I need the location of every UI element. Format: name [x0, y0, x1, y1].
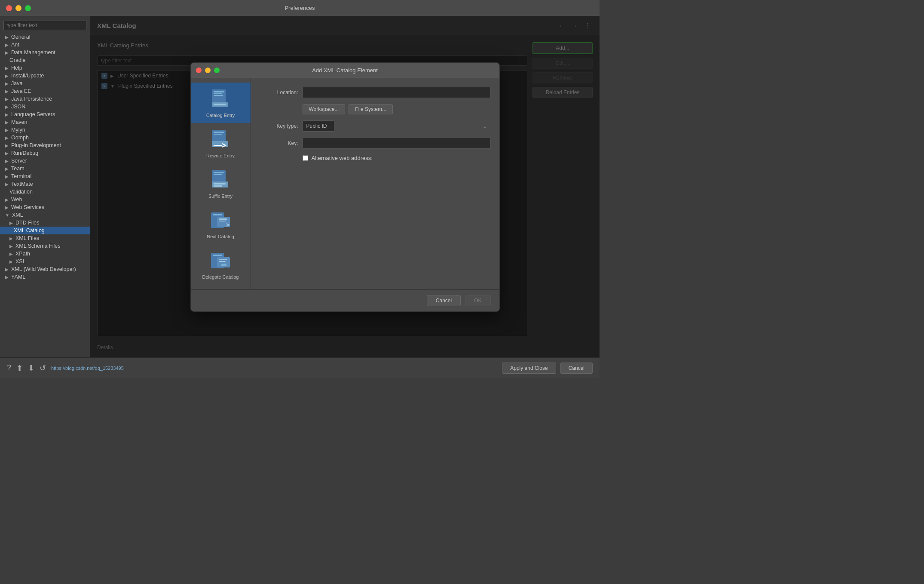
modal-footer: Cancel OK [191, 289, 499, 311]
sidebar-item-data-management[interactable]: ▶ Data Management [0, 49, 90, 56]
export-button[interactable]: ⬆ [16, 363, 23, 373]
sidebar-item-dtd-files[interactable]: ▶ DTD Files [0, 219, 90, 227]
sidebar-item-label: Install/Update [11, 73, 44, 79]
sidebar-item-label: Team [11, 166, 24, 172]
sidebar-item-help[interactable]: ▶ Help [0, 64, 90, 72]
apply-close-button[interactable]: Apply and Close [502, 363, 556, 374]
help-button[interactable]: ? [7, 363, 11, 372]
svg-rect-13 [212, 141, 228, 147]
import-button[interactable]: ⬇ [28, 363, 34, 373]
svg-rect-9 [214, 104, 226, 105]
sidebar-item-xml-files[interactable]: ▶ XML Files [0, 234, 90, 242]
sidebar-item-label: General [11, 34, 30, 40]
location-input[interactable] [303, 87, 491, 98]
modal-overlay: Add XML Catalog Element [90, 16, 600, 357]
restore-button[interactable]: ↺ [40, 363, 46, 373]
sidebar-item-terminal[interactable]: ▶ Terminal [0, 172, 90, 180]
sidebar-item-label: Terminal [11, 173, 31, 179]
sidebar-item-label: Plug-in Development [11, 142, 61, 148]
sidebar-item-ant[interactable]: ▶ Ant [0, 41, 90, 49]
sidebar-item-json[interactable]: ▶ JSON [0, 103, 90, 111]
sidebar-item-xsl[interactable]: ▶ XSL [0, 258, 90, 265]
next-catalog-item[interactable]: Next Catalog [191, 204, 251, 244]
arrow-icon: ▶ [5, 74, 9, 78]
cancel-button[interactable]: Cancel [560, 363, 593, 374]
arrow-icon: ▶ [5, 50, 9, 55]
sidebar-item-gradle[interactable]: Gradle [0, 56, 90, 64]
sidebar-item-label: XSL [15, 258, 26, 264]
rewrite-entry-label: Rewrite Entry [206, 153, 235, 158]
workspace-button[interactable]: Workspace... [303, 104, 346, 114]
sidebar-item-label: TextMate [11, 181, 33, 187]
key-input[interactable] [303, 138, 491, 149]
modal-max-button[interactable] [214, 68, 220, 73]
sidebar-item-yaml[interactable]: ▶ YAML [0, 273, 90, 281]
modal-close-button[interactable] [196, 68, 202, 73]
arrow-icon: ▶ [5, 275, 9, 280]
sidebar-item-xml-catalog[interactable]: XML Catalog [0, 227, 90, 234]
modal-title: Add XML Catalog Element [312, 67, 378, 74]
sidebar-item-language-servers[interactable]: ▶ Language Servers [0, 111, 90, 118]
bottom-bar: ? ⬆ ⬇ ↺ https://blog.csdn.net/qq_1523349… [0, 357, 600, 378]
delegate-catalog-item[interactable]: Delegate Catalog [191, 244, 251, 285]
window-controls [6, 5, 31, 11]
sidebar-filter-container [0, 18, 90, 33]
sidebar-item-web-services[interactable]: ▶ Web Services [0, 203, 90, 211]
alt-web-checkbox[interactable] [303, 155, 308, 161]
catalog-entry-item[interactable]: Catalog Entry [191, 83, 251, 123]
sidebar-item-xpath[interactable]: ▶ XPath [0, 250, 90, 258]
modal-ok-button[interactable]: OK [465, 295, 490, 306]
sidebar-item-label: Data Management [11, 49, 55, 55]
sidebar-item-textmate[interactable]: ▶ TextMate [0, 180, 90, 188]
arrow-icon: ▶ [5, 267, 9, 272]
arrow-icon: ▶ [5, 120, 9, 125]
close-button[interactable] [6, 5, 12, 11]
sidebar-item-mylyn[interactable]: ▶ Mylyn [0, 126, 90, 134]
next-catalog-icon [209, 209, 232, 231]
sidebar-item-general[interactable]: ▶ General [0, 33, 90, 41]
arrow-icon: ▶ [5, 81, 9, 86]
maximize-button[interactable] [25, 5, 31, 11]
svg-rect-25 [219, 221, 226, 221]
arrow-icon: ▶ [5, 135, 9, 140]
sidebar-item-label: XML Files [15, 235, 39, 241]
svg-rect-11 [214, 132, 224, 133]
location-label: Location: [260, 89, 298, 95]
sidebar-item-web[interactable]: ▶ Web [0, 196, 90, 203]
rewrite-entry-item[interactable]: Rewrite Entry [191, 123, 251, 163]
alt-web-label: Alternative web address: [312, 155, 373, 161]
sidebar-item-run-debug[interactable]: ▶ Run/Debug [0, 149, 90, 157]
file-system-button[interactable]: File System... [349, 104, 393, 114]
key-type-row: Key type: Public ID System ID URI [260, 120, 491, 132]
sidebar-item-server[interactable]: ▶ Server [0, 157, 90, 165]
sidebar-item-java-persistence[interactable]: ▶ Java Persistence [0, 95, 90, 103]
sidebar-filter-input[interactable] [3, 21, 86, 30]
sidebar-item-team[interactable]: ▶ Team [0, 165, 90, 172]
suffix-entry-item[interactable]: Suffix Entry [191, 163, 251, 204]
sidebar-item-java-ee[interactable]: ▶ Java EE [0, 87, 90, 95]
svg-rect-19 [214, 183, 226, 184]
sidebar-item-xml[interactable]: ▼ XML [0, 211, 90, 219]
sidebar-item-install-update[interactable]: ▶ Install/Update [0, 72, 90, 80]
arrow-icon: ▶ [5, 205, 9, 210]
sidebar-item-validation[interactable]: Validation [0, 188, 90, 196]
sidebar-item-oomph[interactable]: ▶ Oomph [0, 134, 90, 141]
title-bar: Preferences [0, 0, 600, 16]
key-type-select[interactable]: Public ID System ID URI [303, 120, 334, 132]
next-catalog-label: Next Catalog [207, 234, 234, 239]
sidebar-item-java[interactable]: ▶ Java [0, 80, 90, 87]
modal-min-button[interactable] [205, 68, 211, 73]
bottom-right: Apply and Close Cancel [502, 363, 593, 374]
sidebar-item-maven[interactable]: ▶ Maven [0, 118, 90, 126]
sidebar-item-label: XML (Wild Web Developer) [11, 266, 76, 272]
modal-cancel-button[interactable]: Cancel [427, 295, 461, 306]
sidebar-item-xml-wild-web[interactable]: ▶ XML (Wild Web Developer) [0, 265, 90, 273]
arrow-icon: ▶ [9, 252, 13, 256]
sidebar-item-xml-schema-files[interactable]: ▶ XML Schema Files [0, 242, 90, 250]
sidebar-item-plug-in-development[interactable]: ▶ Plug-in Development [0, 141, 90, 149]
sidebar-item-label: Ant [11, 42, 19, 48]
modal-controls [196, 68, 220, 73]
arrow-icon: ▶ [5, 112, 9, 117]
minimize-button[interactable] [15, 5, 21, 11]
bottom-link: https://blog.csdn.net/qq_15233495 [51, 366, 124, 371]
